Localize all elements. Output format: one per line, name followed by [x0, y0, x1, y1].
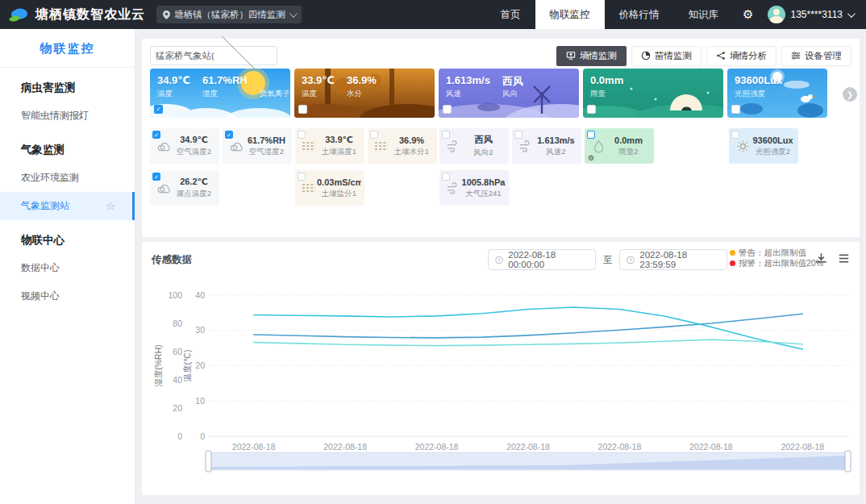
date-to-value: 2022-08-18 23:59:59 — [639, 250, 720, 269]
sensor-label: 土壤温度1 — [317, 147, 361, 157]
weather-card-light[interactable]: 93600Lux光照强度 — [727, 69, 827, 118]
sensor-value: 1.613m/s — [534, 135, 578, 145]
sensor-tile-空气湿度2[interactable]: ✓61.7%RH空气湿度2 — [223, 128, 292, 164]
toolbar-button-苗情监测[interactable]: 苗情监测 — [631, 46, 702, 66]
sensor-label: 土壤水分1 — [389, 147, 434, 157]
location-pin-icon — [163, 10, 170, 19]
sensor-checkbox[interactable]: ✓ — [152, 131, 160, 139]
sensor-label: 光照强度2 — [751, 147, 795, 157]
sensor-tile-空气温度2[interactable]: ✓34.9℃空气温度2 — [150, 128, 219, 164]
card-checkbox[interactable] — [587, 105, 596, 114]
sensor-checkbox[interactable]: ✓ — [225, 131, 233, 139]
date-range-separator: 至 — [603, 254, 613, 266]
sensor-tile-土壤水分1[interactable]: 36.9%土壤水分1 — [368, 128, 437, 164]
sensor-tile-土壤温度1[interactable]: 33.9℃土壤温度1 — [295, 128, 364, 164]
sensor-chart-panel: 传感数据 2022-08-18 00:00:00 至 2022-08-18 23… — [142, 242, 860, 495]
sensor-checkbox[interactable] — [442, 173, 450, 181]
sensor-tile-光照强度2[interactable]: 93600Lux光照强度2 — [729, 128, 798, 164]
cloud-icon — [156, 140, 172, 152]
card-metric: 西风风向 — [502, 74, 523, 99]
card-checkbox[interactable] — [731, 105, 740, 114]
series-空气湿度2 — [254, 307, 803, 349]
datazoom-handle[interactable] — [206, 451, 211, 472]
region-select[interactable]: 塘栖镇（猛家桥）四情监测 — [156, 6, 302, 23]
sidebar-item-视频中心[interactable]: 视频中心 — [0, 282, 135, 310]
sensor-checkbox[interactable] — [298, 173, 306, 181]
top-navbar: 塘栖镇数智农业云 塘栖镇（猛家桥）四情监测 首页物联监控价格行情知识库 ⚙ 13… — [0, 0, 866, 29]
toolbar-button-设备管理[interactable]: 设备管理 — [781, 46, 851, 66]
svg-text:2022-08-18: 2022-08-18 — [689, 442, 733, 452]
svg-text:2022-08-18: 2022-08-18 — [232, 442, 276, 452]
carousel-next-button[interactable]: ❯ — [843, 87, 857, 102]
sensor-checkbox[interactable] — [298, 131, 306, 139]
nav-item-知识库[interactable]: 知识库 — [674, 0, 734, 29]
sidebar-item-农业环境监测[interactable]: 农业环境监测 — [0, 164, 135, 192]
card-metric: 36.9%水分 — [347, 74, 377, 99]
sidebar-item-label: 数据中心 — [21, 261, 60, 275]
chevron-down-icon — [289, 10, 298, 18]
series-露点温度2 — [254, 339, 803, 346]
settings-gear-icon[interactable]: ⚙ — [733, 7, 763, 22]
datazoom-handle[interactable] — [845, 451, 851, 472]
sensor-label: 风速2 — [534, 147, 578, 157]
chart-legend: 警告：超出限制值 报警：超出限制值20% — [730, 248, 823, 269]
sensor-value: 26.2℃ — [172, 177, 216, 187]
sidebar-item-label: 农业环境监测 — [21, 171, 79, 185]
series-空气温度2 — [254, 314, 803, 338]
sidebar-item-label: 视频中心 — [21, 289, 60, 303]
sliders-icon — [791, 51, 801, 60]
sensor-tile-风向2[interactable]: 西风风向2 — [439, 128, 509, 164]
sensor-label: 风向2 — [461, 148, 506, 158]
sensor-checkbox[interactable] — [587, 131, 595, 139]
clock-icon — [627, 256, 635, 264]
clock-icon — [495, 256, 503, 264]
sensor-label: 空气温度2 — [172, 147, 216, 157]
card-checkbox[interactable]: ✓ — [154, 105, 163, 114]
user-menu[interactable]: 135****3113 — [763, 6, 866, 23]
sensor-tile-大气压241[interactable]: 1005.8hPa大气压241 — [439, 170, 509, 206]
download-icon[interactable] — [814, 252, 828, 268]
sidebar-item-智能虫情测报灯[interactable]: 智能虫情测报灯 — [0, 102, 135, 130]
sensor-checkbox[interactable] — [442, 131, 450, 139]
sensor-tile-雨量2[interactable]: 0.0mm雨量2⚙ — [585, 128, 654, 164]
nav-item-物联监控[interactable]: 物联监控 — [535, 0, 605, 29]
sensor-tile-土壤盐分1[interactable]: 0.03mS/cm土壤盐分1 — [295, 170, 364, 206]
star-icon[interactable]: ☆ — [106, 200, 115, 212]
card-metric: 93600Lux光照强度 — [735, 74, 782, 99]
station-select[interactable]: 猛家桥气象站(1570000015685 — [150, 46, 277, 65]
nav-item-首页[interactable]: 首页 — [486, 0, 535, 29]
sensor-tile-露点温度2[interactable]: ✓26.2℃露点温度2 — [150, 170, 219, 206]
weather-card-wind[interactable]: 1.613m/s风速西风风向 — [439, 69, 579, 118]
sensor-checkbox[interactable] — [370, 131, 378, 139]
card-checkbox[interactable] — [298, 105, 307, 114]
sensor-checkbox[interactable]: ✓ — [152, 173, 160, 181]
sensor-checkbox[interactable] — [514, 131, 523, 139]
weather-card-soil[interactable]: 33.9℃温度36.9%水分 — [294, 69, 435, 118]
sensor-label: 大气压241 — [461, 189, 506, 199]
svg-text:0: 0 — [200, 431, 205, 441]
gear-icon[interactable]: ⚙ — [588, 154, 594, 162]
region-select-value: 塘栖镇（猛家桥）四情监测 — [174, 9, 285, 21]
svg-text:60: 60 — [173, 347, 182, 356]
weather-card-sky[interactable]: 34.9℃温度61.7%RH湿度负氧离子✓ — [150, 69, 290, 118]
sensor-value: 西风 — [461, 134, 506, 146]
date-from-input[interactable]: 2022-08-18 00:00:00 — [488, 249, 596, 270]
cloud-icon — [156, 182, 172, 194]
svg-text:20: 20 — [195, 360, 205, 370]
date-to-input[interactable]: 2022-08-18 23:59:59 — [619, 249, 727, 270]
toolbar-button-墒情分析[interactable]: 墒情分析 — [706, 46, 776, 66]
nav-item-价格行情[interactable]: 价格行情 — [605, 0, 674, 29]
weather-card-rain[interactable]: 0.0mm雨量 — [583, 69, 723, 118]
main-content: 猛家桥气象站(1570000015685 墒情监测苗情监测墒情分析设备管理 34… — [135, 29, 866, 504]
list-view-icon[interactable] — [837, 252, 851, 268]
sensor-tile-风速2[interactable]: 1.613m/s风速2 — [512, 128, 581, 164]
card-checkbox[interactable] — [443, 105, 452, 114]
toolbar-button-墒情监测[interactable]: 墒情监测 — [556, 46, 627, 66]
sensor-checkbox[interactable] — [731, 131, 739, 139]
sensor-line-chart[interactable]: 020406080100010203040湿度(%RH)温度(℃)2022-08… — [150, 281, 851, 479]
soil-icon — [373, 140, 389, 152]
chevron-down-icon — [847, 10, 856, 18]
sidebar-item-数据中心[interactable]: 数据中心 — [0, 254, 135, 282]
sidebar-item-气象监测站[interactable]: 气象监测站☆ — [0, 192, 135, 220]
sensor-label: 露点温度2 — [172, 189, 216, 199]
